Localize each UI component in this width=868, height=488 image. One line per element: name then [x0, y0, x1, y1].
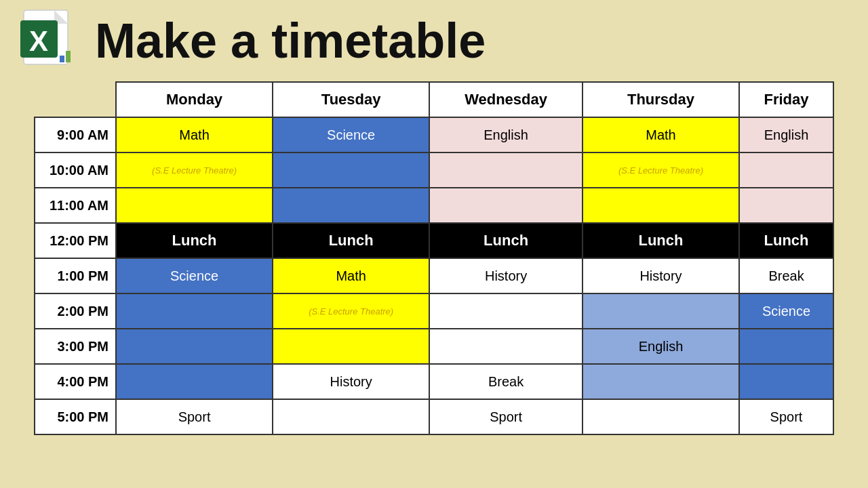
cell [739, 188, 833, 223]
time-cell: 3:00 PM [35, 329, 116, 364]
cell [583, 188, 739, 223]
table-row: 3:00 PMEnglish [35, 329, 833, 364]
cell: English [583, 329, 739, 364]
cell: Science [273, 117, 429, 152]
header-friday: Friday [739, 82, 833, 117]
table-row: 9:00 AMMathScienceEnglishMathEnglish [35, 117, 833, 152]
cell [273, 152, 429, 188]
cell: Science [739, 293, 833, 329]
cell [429, 293, 583, 329]
table-row: 10:00 AM(S.E Lecture Theatre)(S.E Lectur… [35, 152, 833, 188]
header-monday: Monday [116, 82, 273, 117]
cell [739, 364, 833, 399]
cell: Sport [116, 399, 273, 434]
corner-cell [35, 82, 116, 117]
table-row: 2:00 PM(S.E Lecture Theatre)Science [35, 293, 833, 329]
cell [429, 188, 583, 223]
cell: Break [739, 258, 833, 293]
timetable: Monday Tuesday Wednesday Thursday Friday… [34, 81, 834, 435]
cell: History [273, 364, 429, 399]
cell [429, 152, 583, 188]
cell [116, 188, 273, 223]
excel-icon: X [14, 7, 81, 75]
cell: (S.E Lecture Theatre) [116, 152, 273, 188]
page-header: X Make a timetable [14, 7, 854, 75]
time-cell: 11:00 AM [35, 188, 116, 223]
header-thursday: Thursday [583, 82, 739, 117]
cell [116, 364, 273, 399]
table-row: 5:00 PMSportSportSport [35, 399, 833, 434]
timetable-container: Monday Tuesday Wednesday Thursday Friday… [14, 81, 854, 435]
cell: History [429, 258, 583, 293]
cell: Lunch [116, 223, 273, 258]
cell: Lunch [739, 223, 833, 258]
cell [116, 329, 273, 364]
svg-text:X: X [29, 25, 48, 57]
time-cell: 2:00 PM [35, 293, 116, 329]
table-row: 11:00 AM [35, 188, 833, 223]
cell [273, 399, 429, 434]
table-row: 1:00 PMScienceMathHistoryHistoryBreak [35, 258, 833, 293]
cell: Science [116, 258, 273, 293]
cell: Math [273, 258, 429, 293]
cell [273, 329, 429, 364]
cell: (S.E Lecture Theatre) [583, 152, 739, 188]
page-title: Make a timetable [95, 13, 486, 68]
table-row: 4:00 PMHistoryBreak [35, 364, 833, 399]
cell: Lunch [273, 223, 429, 258]
cell: English [739, 117, 833, 152]
time-cell: 1:00 PM [35, 258, 116, 293]
cell [116, 293, 273, 329]
table-row: 12:00 PMLunchLunchLunchLunchLunch [35, 223, 833, 258]
cell [739, 329, 833, 364]
time-cell: 12:00 PM [35, 223, 116, 258]
cell: (S.E Lecture Theatre) [273, 293, 429, 329]
time-cell: 5:00 PM [35, 399, 116, 434]
svg-rect-5 [60, 56, 64, 62]
cell [739, 152, 833, 188]
time-cell: 10:00 AM [35, 152, 116, 188]
cell: History [583, 258, 739, 293]
cell [583, 364, 739, 399]
cell [583, 293, 739, 329]
header-wednesday: Wednesday [429, 82, 583, 117]
cell: Break [429, 364, 583, 399]
time-cell: 4:00 PM [35, 364, 116, 399]
cell: Math [116, 117, 273, 152]
cell [583, 399, 739, 434]
cell: Lunch [583, 223, 739, 258]
cell: Sport [739, 399, 833, 434]
cell [273, 188, 429, 223]
cell: Math [583, 117, 739, 152]
cell: Sport [429, 399, 583, 434]
cell [429, 329, 583, 364]
header-tuesday: Tuesday [273, 82, 429, 117]
cell: English [429, 117, 583, 152]
time-cell: 9:00 AM [35, 117, 116, 152]
cell: Lunch [429, 223, 583, 258]
svg-rect-6 [66, 51, 71, 62]
